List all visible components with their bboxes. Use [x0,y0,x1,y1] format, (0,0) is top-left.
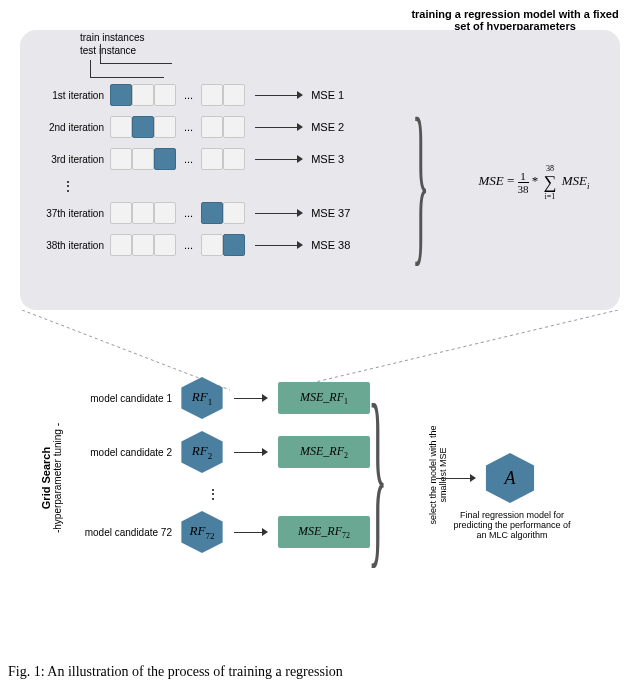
instance-boxes: ... [110,148,245,170]
train-instance-box [223,148,245,170]
instance-boxes: ... [110,202,245,224]
mse-aggregate: } MSE = 1 38 * 38 ∑ i=1 MSEi [412,92,612,272]
train-instance-box [223,84,245,106]
test-instance-box [132,116,154,138]
hex-sub: 2 [208,451,213,461]
train-instance-box [110,234,132,256]
instance-boxes: ... [110,234,245,256]
mse-output: MSE 37 [311,207,350,219]
arrow-right-icon [255,209,309,217]
train-instance-box [223,202,245,224]
mse-output: MSE 1 [311,89,344,101]
train-instance-box [110,148,132,170]
hex-text: RF [192,389,208,404]
ellipsis-icon: ... [176,202,201,224]
iteration-label: 37th iteration [32,208,110,219]
iteration-label: 3rd iteration [32,154,110,165]
sum-lower-bound: i=1 [544,192,557,201]
arrow-right-icon [255,123,309,131]
hex-text: RF [190,523,206,538]
hex-sub: 1 [208,397,213,407]
msebox-sub: 72 [342,531,350,540]
mse-equation: MSE = 1 38 * 38 ∑ i=1 MSEi [478,170,589,195]
grid-search-title: Grid Search -hyperparameter tuning - [40,388,63,568]
msebox-sub: 1 [344,397,348,406]
train-instance-box [154,116,176,138]
instance-boxes: ... [110,116,245,138]
arrow-right-icon [234,448,270,456]
rf-hexagon: RF72 [178,511,226,553]
rf-hexagon: RF2 [178,431,226,473]
mse-output: MSE 2 [311,121,344,133]
final-hex-shape: A [482,453,538,503]
train-instance-box [110,116,132,138]
candidate-label: model candidate 2 [62,447,178,458]
arrow-right-icon [255,155,309,163]
test-instance-box [201,202,223,224]
train-instance-box [201,116,223,138]
train-instance-box [110,202,132,224]
candidate-label: model candidate 72 [62,527,178,538]
train-instance-box [201,234,223,256]
hex-sub: 72 [205,531,214,541]
loocv-panel: train instances test instance 1st iterat… [20,30,620,310]
msebox-sub: 2 [344,451,348,460]
rf-hexagon: RF1 [178,377,226,419]
figure-caption: Fig. 1: An illustration of the process o… [8,664,343,680]
train-instance-box [201,84,223,106]
iteration-label: 38th iteration [32,240,110,251]
legend-area: train instances test instance [80,32,144,56]
test-instance-box [110,84,132,106]
legend-leader-test [90,60,164,78]
arrow-right-icon [255,91,309,99]
arrow-right-icon [255,241,309,249]
instance-boxes: ... [110,84,245,106]
mse-result-box: MSE_RF72 [278,516,370,548]
train-instance-box [223,116,245,138]
candidate-label: model candidate 1 [62,393,178,404]
top-title: training a regression model with a fixed… [410,8,620,32]
equals-sign: = [507,173,514,188]
vertical-ellipsis-icon: ⋮ [32,178,110,194]
hex-text: RF [192,443,208,458]
grid-search-subtitle: -hyperparameter tuning - [52,388,63,568]
frac-denominator: 38 [518,183,529,195]
iteration-label: 2nd iteration [32,122,110,133]
grid-search-panel: Grid Search -hyperparameter tuning - mod… [20,378,620,648]
train-instance-box [132,148,154,170]
msebox-text: MSE_RF [298,524,342,538]
iteration-label: 1st iteration [32,90,110,101]
grid-search-heading: Grid Search [40,447,52,509]
ellipsis-icon: ... [176,234,201,256]
train-instance-box [154,84,176,106]
final-hex-label: A [505,468,516,489]
mse-output: MSE 3 [311,153,344,165]
final-model-caption: Final regression model for predicting th… [452,510,572,540]
train-instance-box [132,234,154,256]
ellipsis-icon: ... [176,116,201,138]
train-instance-box [154,234,176,256]
train-instance-box [132,202,154,224]
msebox-text: MSE_RF [300,444,344,458]
train-instance-box [132,84,154,106]
ellipsis-icon: ... [176,148,201,170]
mse-result-box: MSE_RF2 [278,436,370,468]
right-brace-icon: } [412,92,429,272]
candidate-row: model candidate 1 RF1 MSE_RF1 [62,378,620,418]
sigma-sum: 38 ∑ i=1 [544,172,557,193]
mse-result-box: MSE_RF1 [278,382,370,414]
legend-train: train instances [80,32,144,43]
final-model-hexagon: A [482,453,538,503]
mse-term-subscript: i [587,181,590,191]
test-instance-box [223,234,245,256]
arrow-right-icon [234,528,270,536]
sum-upper-bound: 38 [544,164,557,173]
mse-output: MSE 38 [311,239,350,251]
ellipsis-icon: ... [176,84,201,106]
fraction: 1 38 [518,170,529,195]
train-instance-box [154,202,176,224]
train-instance-box [201,148,223,170]
arrow-right-icon [436,474,478,482]
multiply-sign: * [532,173,539,188]
sigma-icon: ∑ [544,172,557,192]
